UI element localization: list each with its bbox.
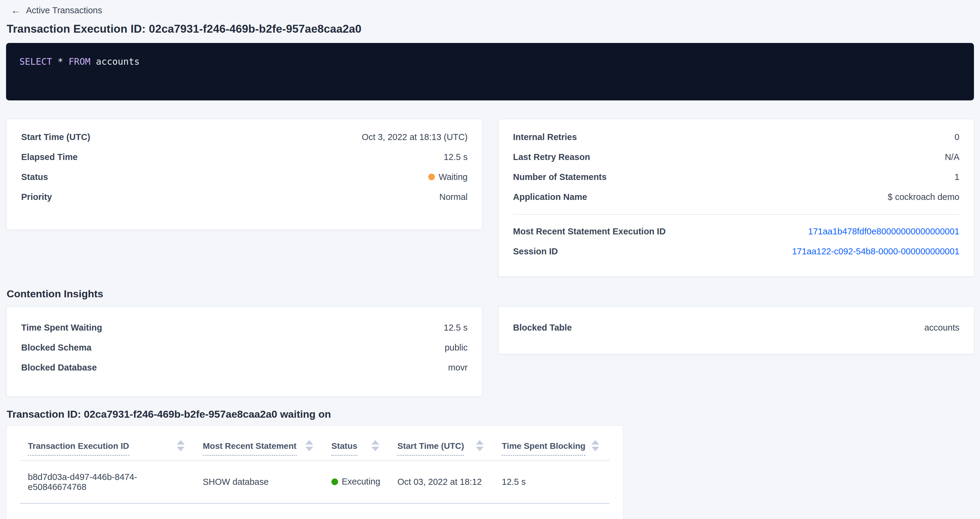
sql-statement-box: SELECT * FROM accounts (6, 43, 974, 100)
row-priority: Priority Normal (21, 187, 468, 207)
blocked-table-value: accounts (924, 323, 959, 333)
column-header-label: Transaction Execution ID (28, 441, 129, 456)
sort-icon (592, 440, 599, 451)
number-of-statements-value: 1 (955, 172, 959, 182)
column-header-most-recent-statement[interactable]: Most Recent Statement (195, 426, 323, 460)
table-row: b8d7d03a-d497-446b-8474-e50846674768 SHO… (20, 461, 609, 504)
last-retry-reason-value: N/A (945, 152, 959, 162)
back-to-active-transactions-link[interactable]: ← Active Transactions (11, 4, 102, 16)
blocked-database-label: Blocked Database (21, 363, 97, 373)
start-time-value: Oct 3, 2022 at 18:13 (UTC) (362, 132, 468, 142)
row-internal-retries: Internal Retries 0 (513, 127, 959, 147)
row-time-spent-waiting: Time Spent Waiting 12.5 s (21, 317, 468, 338)
time-spent-waiting-value: 12.5 s (444, 323, 468, 333)
time-spent-waiting-label: Time Spent Waiting (21, 323, 102, 333)
sort-icon (305, 440, 313, 451)
page-title: Transaction Execution ID: 02ca7931-f246-… (7, 22, 980, 36)
sql-keyword-from: FROM (69, 56, 91, 67)
session-id-label: Session ID (513, 246, 558, 257)
cell-time-spent-blocking: 12.5 s (494, 477, 609, 487)
statement-execution-id-link[interactable]: 171aa1b478fdf0e80000000000000001 (808, 227, 959, 236)
internal-retries-label: Internal Retries (513, 132, 577, 142)
row-last-retry-reason: Last Retry Reason N/A (513, 147, 959, 167)
column-header-label: Start Time (UTC) (398, 441, 464, 456)
sort-icon (476, 440, 484, 451)
transaction-details-page: ← Active Transactions Transaction Execut… (0, 0, 980, 519)
priority-value: Normal (439, 192, 468, 202)
row-session-id: Session ID 171aa122-c092-54b8-0000-00000… (513, 241, 959, 261)
blocked-schema-label: Blocked Schema (21, 343, 91, 353)
row-elapsed-time: Elapsed Time 12.5 s (21, 147, 468, 167)
overview-card-left: Start Time (UTC) Oct 3, 2022 at 18:13 (U… (6, 119, 483, 230)
status-label: Status (21, 172, 48, 182)
row-statement-execution-id: Most Recent Statement Execution ID 171aa… (513, 221, 959, 241)
back-arrow-icon: ← (11, 4, 21, 16)
session-id-link[interactable]: 171aa122-c092-54b8-0000-000000000001 (792, 246, 959, 257)
priority-label: Priority (21, 192, 52, 202)
breadcrumb-label: Active Transactions (26, 4, 102, 16)
sort-icon (371, 440, 379, 451)
elapsed-time-value: 12.5 s (444, 152, 468, 162)
column-header-transaction-execution-id[interactable]: Transaction Execution ID (20, 426, 195, 460)
status-waiting-dot-icon (428, 174, 435, 180)
column-header-label: Status (331, 441, 358, 456)
row-blocked-schema: Blocked Schema public (21, 338, 468, 357)
waiting-on-heading: Transaction ID: 02ca7931-f246-469b-b2fe-… (7, 408, 980, 421)
status-executing-dot-icon (331, 478, 338, 485)
card-divider (513, 214, 959, 215)
last-retry-reason-label: Last Retry Reason (513, 152, 590, 162)
blocked-database-value: movr (448, 363, 468, 373)
column-header-label: Time Spent Blocking (502, 441, 585, 456)
application-name-value: $ cockroach demo (888, 192, 959, 202)
column-header-status[interactable]: Status (323, 426, 390, 460)
column-header-time-spent-blocking[interactable]: Time Spent Blocking (494, 426, 609, 460)
waiting-on-table: Transaction Execution ID Most Recent Sta… (6, 425, 624, 519)
row-blocked-table: Blocked Table accounts (513, 317, 959, 338)
table-header-row: Transaction Execution ID Most Recent Sta… (20, 426, 609, 461)
row-application-name: Application Name $ cockroach demo (513, 187, 959, 207)
contention-cards: Time Spent Waiting 12.5 s Blocked Schema… (6, 306, 975, 397)
sort-icon (177, 440, 185, 451)
cell-status-text: Executing (342, 477, 380, 487)
statement-execution-id-label: Most Recent Statement Execution ID (513, 227, 665, 236)
column-header-start-time[interactable]: Start Time (UTC) (390, 426, 494, 460)
sql-table-name: accounts (96, 56, 140, 67)
blocked-schema-value: public (445, 343, 468, 353)
blocked-table-label: Blocked Table (513, 323, 572, 333)
sql-star: * (57, 56, 63, 67)
contention-card-right: Blocked Table accounts (498, 306, 975, 354)
contention-card-left: Time Spent Waiting 12.5 s Blocked Schema… (6, 306, 483, 397)
start-time-label: Start Time (UTC) (21, 132, 90, 142)
overview-card-right: Internal Retries 0 Last Retry Reason N/A… (498, 119, 975, 277)
sql-keyword-select: SELECT (19, 56, 52, 67)
elapsed-time-label: Elapsed Time (21, 152, 78, 162)
cell-transaction-execution-id: b8d7d03a-d497-446b-8474-e50846674768 (20, 472, 195, 492)
row-blocked-database: Blocked Database movr (21, 357, 468, 378)
internal-retries-value: 0 (955, 132, 959, 142)
cell-status: Executing (323, 477, 390, 487)
cell-most-recent-statement: SHOW database (195, 477, 323, 487)
number-of-statements-label: Number of Statements (513, 172, 606, 182)
row-status: Status Waiting (21, 167, 468, 187)
application-name-label: Application Name (513, 192, 587, 202)
contention-insights-heading: Contention Insights (7, 287, 980, 300)
status-value: Waiting (439, 172, 468, 182)
overview-cards: Start Time (UTC) Oct 3, 2022 at 18:13 (U… (6, 119, 975, 277)
column-header-label: Most Recent Statement (203, 441, 297, 456)
row-number-of-statements: Number of Statements 1 (513, 167, 959, 187)
cell-start-time: Oct 03, 2022 at 18:12 (390, 477, 494, 487)
row-start-time: Start Time (UTC) Oct 3, 2022 at 18:13 (U… (21, 127, 468, 147)
